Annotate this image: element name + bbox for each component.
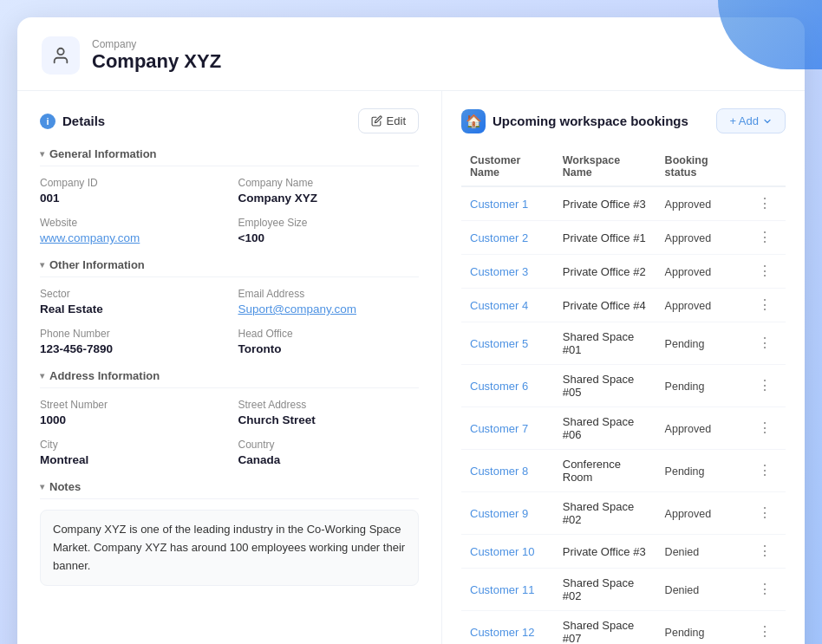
row-more-button[interactable]: ⋮: [753, 377, 777, 394]
field-label-street-number: Street Number: [40, 399, 221, 411]
table-row: Customer 5Shared Space #01Pending⋮: [461, 322, 786, 365]
field-company-name: Company Name Company XYZ: [238, 177, 420, 205]
customer-link[interactable]: Customer 2: [470, 231, 528, 244]
chevron-down-icon-2: ▾: [40, 260, 44, 270]
field-value-website[interactable]: www.company.com: [40, 231, 221, 244]
cell-workspace-name: Private Office #3: [554, 535, 656, 569]
details-label: Details: [62, 114, 105, 128]
customer-link[interactable]: Customer 7: [470, 422, 528, 435]
cell-booking-status: Approved: [656, 255, 744, 289]
field-head-office: Head Office Toronto: [238, 328, 420, 355]
main-card: Company Company XYZ i Details Edit: [17, 17, 805, 644]
customer-link[interactable]: Customer 10: [470, 545, 534, 558]
row-more-button[interactable]: ⋮: [753, 543, 777, 560]
status-badge: Approved: [665, 232, 712, 244]
cell-workspace-name: Shared Space #06: [554, 407, 656, 450]
field-street-number: Street Number 1000: [40, 399, 221, 426]
cell-row-actions: ⋮: [744, 450, 786, 492]
cell-booking-status: Denied: [656, 569, 744, 611]
general-information-section: ▾ General Information Company ID 001 Com…: [40, 147, 419, 244]
col-booking-status: Booking status: [656, 147, 744, 186]
row-more-button[interactable]: ⋮: [753, 335, 777, 352]
cell-booking-status: Approved: [656, 407, 744, 450]
other-section-header: ▾ Other Information: [40, 258, 419, 277]
cell-row-actions: ⋮: [744, 365, 786, 407]
cell-booking-status: Pending: [656, 365, 744, 407]
add-booking-button[interactable]: + Add: [716, 108, 786, 133]
cell-row-actions: ⋮: [744, 289, 786, 322]
customer-link[interactable]: Customer 12: [470, 626, 534, 639]
general-section-title: General Information: [49, 147, 157, 160]
table-row: Customer 10Private Office #3Denied⋮: [461, 535, 786, 569]
cell-customer-name: Customer 3: [461, 255, 554, 289]
col-customer-name: Customer Name: [461, 147, 554, 186]
cell-workspace-name: Shared Space #01: [554, 322, 656, 365]
cell-booking-status: Approved: [656, 492, 744, 535]
cell-workspace-name: Shared Space #05: [554, 365, 656, 407]
customer-link[interactable]: Customer 6: [470, 380, 528, 393]
cell-row-actions: ⋮: [744, 611, 786, 645]
customer-link[interactable]: Customer 1: [470, 198, 528, 211]
notes-section: ▾ Notes Company XYZ is one of the leadin…: [40, 480, 419, 586]
field-value-country: Canada: [238, 453, 420, 466]
building-icon: 🏠: [461, 109, 486, 133]
edit-icon: [371, 115, 382, 127]
col-workspace-name: Workspace Name: [554, 147, 656, 186]
cell-booking-status: Pending: [656, 322, 744, 365]
chevron-down-icon: ▾: [40, 149, 44, 159]
customer-link[interactable]: Customer 3: [470, 265, 528, 278]
edit-button[interactable]: Edit: [358, 108, 419, 133]
field-value-sector: Real Estate: [40, 302, 221, 315]
cell-booking-status: Approved: [656, 186, 744, 221]
row-more-button[interactable]: ⋮: [753, 263, 777, 280]
notes-content: Company XYZ is one of the leading indust…: [40, 510, 419, 586]
customer-link[interactable]: Customer 11: [470, 583, 534, 596]
customer-link[interactable]: Customer 5: [470, 337, 528, 350]
status-badge: Approved: [665, 300, 712, 312]
row-more-button[interactable]: ⋮: [753, 462, 777, 479]
cell-customer-name: Customer 7: [461, 407, 554, 450]
cell-booking-status: Denied: [656, 535, 744, 569]
status-badge: Pending: [665, 381, 705, 393]
cell-customer-name: Customer 12: [461, 611, 554, 645]
other-fields-grid: Sector Real Estate Email Address Suport@…: [40, 288, 419, 355]
table-row: Customer 3Private Office #2Approved⋮: [461, 255, 786, 289]
row-more-button[interactable]: ⋮: [753, 420, 777, 437]
cell-customer-name: Customer 10: [461, 535, 554, 569]
row-more-button[interactable]: ⋮: [753, 296, 777, 314]
table-head: Customer Name Workspace Name Booking sta…: [461, 147, 786, 186]
field-sector: Sector Real Estate: [40, 288, 221, 315]
cell-workspace-name: Shared Space #02: [554, 492, 656, 535]
field-value-email[interactable]: Suport@company.com: [238, 302, 420, 315]
row-more-button[interactable]: ⋮: [753, 623, 777, 641]
field-label-phone: Phone Number: [40, 328, 221, 340]
cell-row-actions: ⋮: [744, 492, 786, 535]
header: Company Company XYZ: [17, 17, 805, 91]
cell-customer-name: Customer 5: [461, 322, 554, 365]
cell-workspace-name: Private Office #1: [554, 221, 656, 255]
customer-link[interactable]: Customer 4: [470, 299, 528, 312]
cell-row-actions: ⋮: [744, 322, 786, 365]
cell-workspace-name: Private Office #4: [554, 289, 656, 322]
address-section-title: Address Information: [49, 369, 160, 382]
row-more-button[interactable]: ⋮: [753, 581, 777, 598]
row-more-button[interactable]: ⋮: [753, 504, 777, 522]
row-more-button[interactable]: ⋮: [753, 229, 777, 246]
cell-workspace-name: Conference Room: [554, 450, 656, 492]
address-section-header: ▾ Address Information: [40, 369, 419, 388]
cell-customer-name: Customer 2: [461, 221, 554, 255]
avatar: [42, 36, 80, 75]
customer-link[interactable]: Customer 9: [470, 507, 528, 520]
field-value-company-name: Company XYZ: [238, 192, 420, 205]
customer-link[interactable]: Customer 8: [470, 465, 528, 478]
row-more-button[interactable]: ⋮: [753, 195, 777, 212]
field-label-sector: Sector: [40, 288, 221, 300]
info-icon: i: [40, 114, 55, 129]
bookings-panel-header: 🏠 Upcoming workspace bookings + Add: [461, 108, 786, 133]
address-fields-grid: Street Number 1000 Street Address Church…: [40, 399, 419, 466]
status-badge: Denied: [665, 546, 700, 558]
body: i Details Edit ▾ General Information: [17, 91, 805, 644]
cell-booking-status: Approved: [656, 221, 744, 255]
field-value-city: Montreal: [40, 453, 221, 466]
field-value-phone: 123-456-7890: [40, 342, 221, 355]
